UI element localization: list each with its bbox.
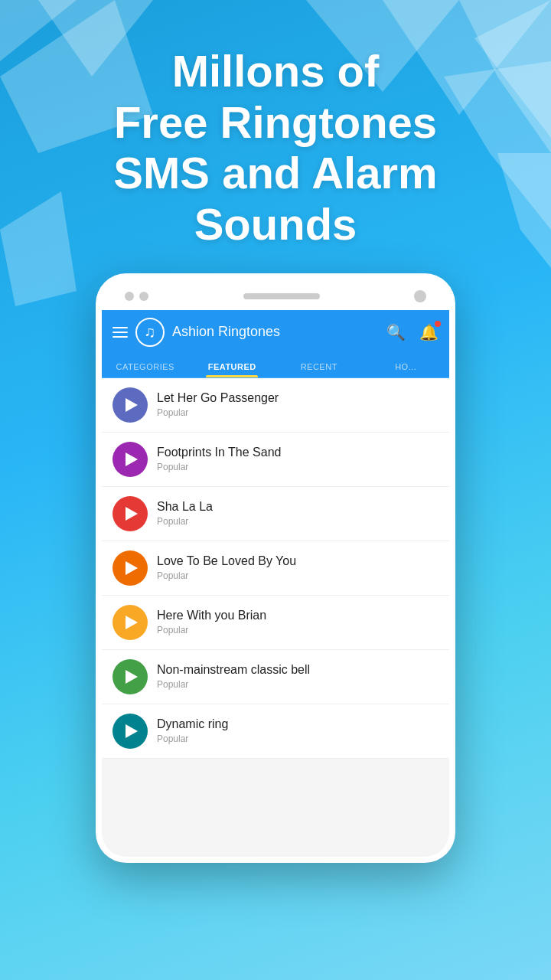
song-subtitle: Popular: [157, 733, 439, 744]
song-list: Let Her Go PassengerPopularFootprints In…: [102, 378, 449, 863]
tab-featured[interactable]: FEATURED: [189, 354, 276, 377]
phone-dots-left: [125, 292, 148, 301]
song-subtitle: Popular: [157, 462, 439, 472]
song-title: Dynamic ring: [157, 717, 439, 731]
hamburger-line1: [112, 327, 128, 328]
list-item: Love To Be Loved By YouPopular: [102, 541, 449, 596]
play-button[interactable]: [112, 605, 148, 640]
bag-button[interactable]: 🔔: [419, 323, 439, 341]
list-item: Dynamic ringPopular: [102, 704, 449, 759]
tab-categories[interactable]: CATEGORIES: [102, 354, 189, 377]
dot2: [139, 292, 148, 301]
hamburger-menu[interactable]: [112, 327, 128, 338]
song-subtitle: Popular: [157, 407, 439, 418]
hero-line4: Sounds: [194, 199, 357, 249]
song-title: Sha La La: [157, 500, 439, 514]
dot1: [125, 292, 134, 301]
song-info: Love To Be Loved By YouPopular: [157, 554, 439, 581]
song-info: Dynamic ringPopular: [157, 717, 439, 744]
play-button[interactable]: [112, 550, 148, 586]
music-icon: ♫: [145, 323, 156, 341]
hero-line1: Millons of: [172, 46, 380, 96]
app-header: ♫ Ashion Ringtones 🔍 🔔: [102, 310, 449, 354]
song-title: Non-mainstream classic bell: [157, 663, 439, 677]
play-icon: [126, 452, 138, 466]
song-title: Let Her Go Passenger: [157, 391, 439, 405]
hero-section: Millons of Free Ringtones SMS and Alarm …: [0, 0, 551, 273]
song-info: Let Her Go PassengerPopular: [157, 391, 439, 418]
tab-bar: CATEGORIES FEATURED RECENT HO...: [102, 354, 449, 378]
song-info: Footprints In The SandPopular: [157, 446, 439, 472]
notification-badge: [435, 321, 441, 327]
app-title: Ashion Ringtones: [172, 324, 379, 340]
hero-line2: Free Ringtones: [114, 97, 437, 147]
play-icon: [126, 670, 138, 684]
song-title: Love To Be Loved By You: [157, 554, 439, 568]
phone-frame: ♫ Ashion Ringtones 🔍 🔔 CATEGORIES FEATUR…: [96, 273, 455, 863]
list-item: Sha La LaPopular: [102, 487, 449, 541]
play-button[interactable]: [112, 714, 148, 749]
tab-more[interactable]: HO...: [363, 354, 450, 377]
play-icon: [126, 724, 138, 738]
song-subtitle: Popular: [157, 679, 439, 690]
play-button[interactable]: [112, 442, 148, 477]
tab-recent[interactable]: RECENT: [276, 354, 363, 377]
play-icon: [126, 616, 138, 629]
list-item: Footprints In The SandPopular: [102, 433, 449, 487]
app-logo: ♫: [135, 318, 165, 347]
song-info: Here With you BrianPopular: [157, 609, 439, 635]
play-icon: [126, 398, 138, 412]
song-info: Non-mainstream classic bellPopular: [157, 663, 439, 690]
hamburger-line3: [112, 336, 128, 338]
play-button[interactable]: [112, 496, 148, 531]
play-icon: [126, 507, 138, 521]
play-button[interactable]: [112, 659, 148, 694]
song-subtitle: Popular: [157, 516, 439, 527]
list-item: Let Her Go PassengerPopular: [102, 378, 449, 433]
phone-bar: [243, 293, 320, 299]
play-button[interactable]: [112, 387, 148, 423]
phone-notch: [102, 279, 449, 310]
song-title: Here With you Brian: [157, 609, 439, 622]
song-subtitle: Popular: [157, 625, 439, 635]
hero-line3: SMS and Alarm: [113, 148, 437, 198]
list-item: Non-mainstream classic bellPopular: [102, 650, 449, 704]
song-title: Footprints In The Sand: [157, 446, 439, 459]
song-info: Sha La LaPopular: [157, 500, 439, 527]
song-subtitle: Popular: [157, 570, 439, 581]
list-item: Here With you BrianPopular: [102, 596, 449, 650]
search-icon[interactable]: 🔍: [386, 323, 406, 341]
play-icon: [126, 561, 138, 575]
hamburger-line2: [112, 332, 128, 333]
phone-circle: [414, 290, 426, 302]
